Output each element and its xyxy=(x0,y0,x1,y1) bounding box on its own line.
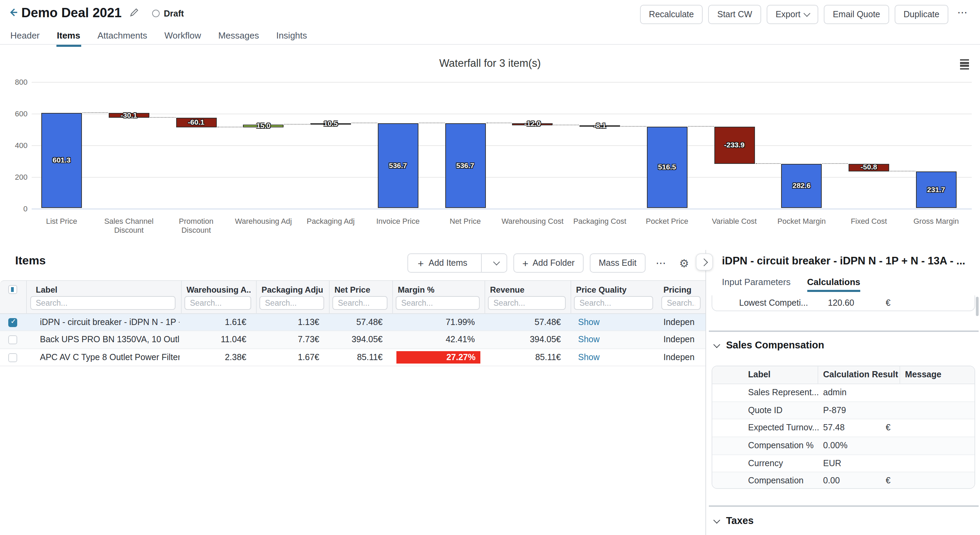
duplicate-button[interactable]: Duplicate xyxy=(895,5,948,24)
row-value: P-879 xyxy=(823,405,846,415)
item-label: APC AV C Type 8 Outlet Power Filter, 12 xyxy=(40,352,180,362)
button-label: Add Folder xyxy=(533,258,575,268)
row-label: Quote ID xyxy=(748,405,783,415)
net-price-value: 85.11€ xyxy=(329,352,383,362)
column-header-revenue[interactable]: Revenue xyxy=(490,285,565,295)
bar-value-label: 10.5 xyxy=(310,119,351,128)
sales-compensation-section-header[interactable]: Sales Compensation xyxy=(714,339,824,350)
x-axis-label: Fixed Cost xyxy=(835,217,902,226)
x-axis-label: Pocket Margin xyxy=(768,217,835,226)
search-input-revenue[interactable] xyxy=(488,296,566,310)
table-row[interactable]: Back UPS PRO BN 1350VA, 10 Outlets, 211.… xyxy=(0,331,705,349)
add-items-button[interactable]: +Add Items xyxy=(408,254,477,272)
packaging-adj-value: 1.67€ xyxy=(256,352,319,362)
pencil-icon xyxy=(129,8,139,17)
row-checkbox[interactable] xyxy=(8,335,17,344)
tab-attachments[interactable]: Attachments xyxy=(97,26,148,47)
x-axis-label: Packaging Cost xyxy=(566,217,633,226)
search-input-price-quality[interactable] xyxy=(574,296,653,310)
tab-messages[interactable]: Messages xyxy=(218,26,260,47)
x-axis-label: Gross Margin xyxy=(902,217,970,226)
column-header-warehousing-a-[interactable]: Warehousing A... xyxy=(186,285,250,295)
taxes-section-header[interactable]: Taxes xyxy=(714,515,754,526)
y-axis-label: 800 xyxy=(3,78,27,86)
back-button[interactable] xyxy=(8,8,18,20)
column-header-margin-[interactable]: Margin % xyxy=(398,285,479,295)
panel-scrollbar-thumb[interactable] xyxy=(976,297,978,316)
column-header-label[interactable]: Label xyxy=(36,285,180,295)
table-row[interactable]: ✓iDPN - circuit breaker - iDPN N - 1P + … xyxy=(0,314,705,331)
tab-items[interactable]: Items xyxy=(56,26,81,47)
add-items-split-button: +Add Items xyxy=(407,253,507,273)
row-value: admin xyxy=(823,388,846,397)
toolbar-more-button[interactable]: ⋯ xyxy=(957,6,967,19)
waterfall-connector xyxy=(419,123,445,123)
tab-header[interactable]: Header xyxy=(10,26,40,47)
chart-plot-area: 0200400600800601.3List Price-30.1Sales C… xyxy=(0,45,980,250)
x-axis-label: Packaging Adj xyxy=(297,217,364,226)
row-checkbox[interactable] xyxy=(8,353,17,362)
waterfall-connector xyxy=(688,126,714,126)
search-input-net-price[interactable] xyxy=(332,296,387,310)
search-input-packaging-adju-[interactable] xyxy=(259,296,324,310)
y-axis-label: 200 xyxy=(3,172,27,181)
x-axis-label: Variable Cost xyxy=(701,217,768,226)
row-checkbox[interactable]: ✓ xyxy=(8,318,17,327)
chevron-down-icon xyxy=(493,258,500,266)
bar-value-label: 231.7 xyxy=(916,185,956,193)
plus-icon: + xyxy=(418,257,424,269)
x-axis-label: Pocket Price xyxy=(633,217,701,226)
row-label: Compensation xyxy=(748,476,803,486)
search-input-pricing[interactable] xyxy=(661,296,701,310)
y-axis-label: 0 xyxy=(3,204,27,212)
item-label: iDPN - circuit breaker - iDPN N - 1P + N xyxy=(40,317,180,327)
chevron-down-icon xyxy=(713,341,720,348)
gear-icon[interactable]: ⚙ xyxy=(676,256,692,269)
panel-collapse-button[interactable] xyxy=(696,253,713,271)
price-quality-show-link[interactable]: Show xyxy=(578,352,600,362)
bar-value-label: -8.1 xyxy=(579,121,620,129)
tab-workflow[interactable]: Workflow xyxy=(164,26,202,47)
waterfall-connector xyxy=(890,171,915,172)
search-input-margin-[interactable] xyxy=(396,296,480,310)
add-folder-button[interactable]: +Add Folder xyxy=(514,253,584,273)
back-arrow-icon xyxy=(8,8,18,17)
page-title: Demo Deal 2021 xyxy=(21,5,122,21)
row-value: EUR xyxy=(823,459,841,468)
start-cw-button[interactable]: Start CW xyxy=(708,5,761,24)
price-quality-show-link[interactable]: Show xyxy=(578,317,600,327)
edit-title-button[interactable] xyxy=(129,8,139,20)
column-header-calculation-result: Calculation Result xyxy=(823,370,898,379)
pricing-value: Indepen xyxy=(663,317,705,327)
column-header-packaging-adju-[interactable]: Packaging Adju... xyxy=(261,285,323,295)
table-row[interactable]: APC AV C Type 8 Outlet Power Filter, 122… xyxy=(0,349,705,366)
price-quality-show-link[interactable]: Show xyxy=(578,334,600,344)
margin-value: 27.27% xyxy=(446,352,476,362)
select-all-checkbox[interactable] xyxy=(8,285,17,294)
column-header-price-quality[interactable]: Price Quality xyxy=(576,285,652,295)
column-header-net-price[interactable]: Net Price xyxy=(334,285,387,295)
search-input-label[interactable] xyxy=(30,296,175,310)
waterfall-connector xyxy=(217,127,243,127)
y-axis-label: 600 xyxy=(3,109,27,118)
tab-insights[interactable]: Insights xyxy=(275,26,308,47)
export-button[interactable]: Export xyxy=(767,5,818,24)
x-axis-label: Promotion Discount xyxy=(162,217,230,235)
calc-table-row: Sales Represent...admin xyxy=(712,384,975,402)
sales-compensation-table: LabelCalculation ResultMessageSales Repr… xyxy=(711,366,975,489)
warehousing-adj-value: 2.38€ xyxy=(181,352,247,362)
column-header-pricing[interactable]: Pricing xyxy=(663,285,700,295)
search-input-warehousing-a-[interactable] xyxy=(185,296,251,310)
items-more-button[interactable]: ⋯ xyxy=(652,257,670,269)
row-label: Lowest Competi... xyxy=(739,298,808,308)
column-header-message: Message xyxy=(905,370,942,379)
email-quote-button[interactable]: Email Quote xyxy=(824,5,889,24)
column-header-label: Label xyxy=(748,370,770,379)
warehousing-adj-value: 1.61€ xyxy=(181,317,247,327)
check-icon: ✓ xyxy=(9,317,18,325)
mass-edit-button[interactable]: Mass Edit xyxy=(590,253,646,273)
column-separator xyxy=(571,280,571,314)
add-items-dropdown-button[interactable] xyxy=(486,254,506,272)
recalculate-button[interactable]: Recalculate xyxy=(640,5,703,24)
chevron-down-icon xyxy=(713,516,720,523)
